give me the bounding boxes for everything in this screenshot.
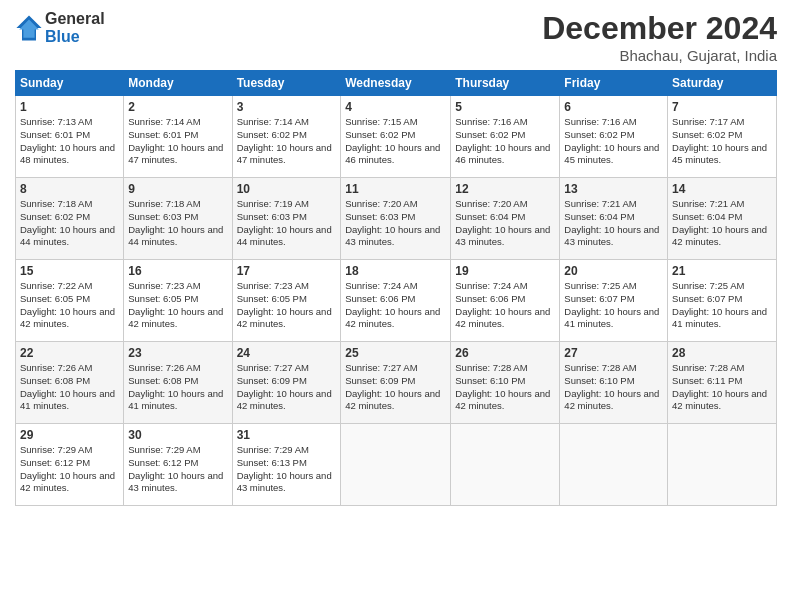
logo-icon <box>15 14 43 42</box>
calendar-header-sunday: Sunday <box>16 71 124 96</box>
calendar-cell: 14 Sunrise: 7:21 AMSunset: 6:04 PMDaylig… <box>668 178 777 260</box>
logo-text: General Blue <box>45 10 105 46</box>
day-info: Sunrise: 7:17 AMSunset: 6:02 PMDaylight:… <box>672 116 767 165</box>
day-info: Sunrise: 7:29 AMSunset: 6:12 PMDaylight:… <box>128 444 223 493</box>
calendar-cell <box>341 424 451 506</box>
calendar-week-1: 1 Sunrise: 7:13 AMSunset: 6:01 PMDayligh… <box>16 96 777 178</box>
calendar-header-row: SundayMondayTuesdayWednesdayThursdayFrid… <box>16 71 777 96</box>
calendar-table: SundayMondayTuesdayWednesdayThursdayFrid… <box>15 70 777 506</box>
logo: General Blue <box>15 10 105 46</box>
calendar-cell: 20 Sunrise: 7:25 AMSunset: 6:07 PMDaylig… <box>560 260 668 342</box>
day-number: 23 <box>128 346 227 360</box>
day-info: Sunrise: 7:23 AMSunset: 6:05 PMDaylight:… <box>237 280 332 329</box>
day-number: 4 <box>345 100 446 114</box>
day-info: Sunrise: 7:28 AMSunset: 6:10 PMDaylight:… <box>564 362 659 411</box>
day-info: Sunrise: 7:29 AMSunset: 6:12 PMDaylight:… <box>20 444 115 493</box>
day-number: 14 <box>672 182 772 196</box>
day-number: 16 <box>128 264 227 278</box>
day-number: 5 <box>455 100 555 114</box>
day-info: Sunrise: 7:24 AMSunset: 6:06 PMDaylight:… <box>345 280 440 329</box>
day-info: Sunrise: 7:16 AMSunset: 6:02 PMDaylight:… <box>564 116 659 165</box>
calendar-cell: 10 Sunrise: 7:19 AMSunset: 6:03 PMDaylig… <box>232 178 341 260</box>
day-number: 22 <box>20 346 119 360</box>
day-number: 18 <box>345 264 446 278</box>
calendar-cell: 7 Sunrise: 7:17 AMSunset: 6:02 PMDayligh… <box>668 96 777 178</box>
header: General Blue December 2024 Bhachau, Guja… <box>15 10 777 64</box>
calendar-cell <box>668 424 777 506</box>
calendar-week-4: 22 Sunrise: 7:26 AMSunset: 6:08 PMDaylig… <box>16 342 777 424</box>
day-number: 21 <box>672 264 772 278</box>
calendar-cell: 17 Sunrise: 7:23 AMSunset: 6:05 PMDaylig… <box>232 260 341 342</box>
calendar-cell: 1 Sunrise: 7:13 AMSunset: 6:01 PMDayligh… <box>16 96 124 178</box>
calendar-cell <box>451 424 560 506</box>
day-info: Sunrise: 7:14 AMSunset: 6:01 PMDaylight:… <box>128 116 223 165</box>
calendar-header-wednesday: Wednesday <box>341 71 451 96</box>
day-info: Sunrise: 7:27 AMSunset: 6:09 PMDaylight:… <box>345 362 440 411</box>
calendar-cell: 4 Sunrise: 7:15 AMSunset: 6:02 PMDayligh… <box>341 96 451 178</box>
day-info: Sunrise: 7:25 AMSunset: 6:07 PMDaylight:… <box>564 280 659 329</box>
day-number: 1 <box>20 100 119 114</box>
calendar-header-tuesday: Tuesday <box>232 71 341 96</box>
day-number: 29 <box>20 428 119 442</box>
calendar-header-friday: Friday <box>560 71 668 96</box>
calendar-cell: 9 Sunrise: 7:18 AMSunset: 6:03 PMDayligh… <box>124 178 232 260</box>
calendar-cell: 6 Sunrise: 7:16 AMSunset: 6:02 PMDayligh… <box>560 96 668 178</box>
day-info: Sunrise: 7:25 AMSunset: 6:07 PMDaylight:… <box>672 280 767 329</box>
calendar-cell: 11 Sunrise: 7:20 AMSunset: 6:03 PMDaylig… <box>341 178 451 260</box>
day-info: Sunrise: 7:20 AMSunset: 6:04 PMDaylight:… <box>455 198 550 247</box>
calendar-cell: 21 Sunrise: 7:25 AMSunset: 6:07 PMDaylig… <box>668 260 777 342</box>
day-info: Sunrise: 7:23 AMSunset: 6:05 PMDaylight:… <box>128 280 223 329</box>
day-number: 11 <box>345 182 446 196</box>
day-number: 6 <box>564 100 663 114</box>
calendar-cell: 8 Sunrise: 7:18 AMSunset: 6:02 PMDayligh… <box>16 178 124 260</box>
calendar-cell: 12 Sunrise: 7:20 AMSunset: 6:04 PMDaylig… <box>451 178 560 260</box>
calendar-cell: 29 Sunrise: 7:29 AMSunset: 6:12 PMDaylig… <box>16 424 124 506</box>
calendar-cell <box>560 424 668 506</box>
calendar-cell: 15 Sunrise: 7:22 AMSunset: 6:05 PMDaylig… <box>16 260 124 342</box>
calendar-week-2: 8 Sunrise: 7:18 AMSunset: 6:02 PMDayligh… <box>16 178 777 260</box>
calendar-cell: 24 Sunrise: 7:27 AMSunset: 6:09 PMDaylig… <box>232 342 341 424</box>
calendar-header-monday: Monday <box>124 71 232 96</box>
calendar-cell: 22 Sunrise: 7:26 AMSunset: 6:08 PMDaylig… <box>16 342 124 424</box>
day-number: 28 <box>672 346 772 360</box>
day-info: Sunrise: 7:15 AMSunset: 6:02 PMDaylight:… <box>345 116 440 165</box>
day-number: 20 <box>564 264 663 278</box>
calendar-cell: 5 Sunrise: 7:16 AMSunset: 6:02 PMDayligh… <box>451 96 560 178</box>
calendar-cell: 13 Sunrise: 7:21 AMSunset: 6:04 PMDaylig… <box>560 178 668 260</box>
calendar-week-5: 29 Sunrise: 7:29 AMSunset: 6:12 PMDaylig… <box>16 424 777 506</box>
day-info: Sunrise: 7:27 AMSunset: 6:09 PMDaylight:… <box>237 362 332 411</box>
day-info: Sunrise: 7:28 AMSunset: 6:11 PMDaylight:… <box>672 362 767 411</box>
day-info: Sunrise: 7:16 AMSunset: 6:02 PMDaylight:… <box>455 116 550 165</box>
day-number: 31 <box>237 428 337 442</box>
day-number: 17 <box>237 264 337 278</box>
day-number: 15 <box>20 264 119 278</box>
calendar-cell: 3 Sunrise: 7:14 AMSunset: 6:02 PMDayligh… <box>232 96 341 178</box>
calendar-cell: 26 Sunrise: 7:28 AMSunset: 6:10 PMDaylig… <box>451 342 560 424</box>
day-number: 27 <box>564 346 663 360</box>
calendar-cell: 28 Sunrise: 7:28 AMSunset: 6:11 PMDaylig… <box>668 342 777 424</box>
month-title: December 2024 <box>542 10 777 47</box>
day-number: 26 <box>455 346 555 360</box>
day-info: Sunrise: 7:19 AMSunset: 6:03 PMDaylight:… <box>237 198 332 247</box>
day-info: Sunrise: 7:18 AMSunset: 6:02 PMDaylight:… <box>20 198 115 247</box>
calendar-header-thursday: Thursday <box>451 71 560 96</box>
day-number: 7 <box>672 100 772 114</box>
day-number: 19 <box>455 264 555 278</box>
location: Bhachau, Gujarat, India <box>542 47 777 64</box>
day-number: 3 <box>237 100 337 114</box>
calendar-header-saturday: Saturday <box>668 71 777 96</box>
day-info: Sunrise: 7:21 AMSunset: 6:04 PMDaylight:… <box>564 198 659 247</box>
title-block: December 2024 Bhachau, Gujarat, India <box>542 10 777 64</box>
calendar-cell: 2 Sunrise: 7:14 AMSunset: 6:01 PMDayligh… <box>124 96 232 178</box>
day-number: 12 <box>455 182 555 196</box>
calendar-cell: 30 Sunrise: 7:29 AMSunset: 6:12 PMDaylig… <box>124 424 232 506</box>
calendar-cell: 27 Sunrise: 7:28 AMSunset: 6:10 PMDaylig… <box>560 342 668 424</box>
calendar-cell: 25 Sunrise: 7:27 AMSunset: 6:09 PMDaylig… <box>341 342 451 424</box>
calendar-cell: 19 Sunrise: 7:24 AMSunset: 6:06 PMDaylig… <box>451 260 560 342</box>
day-number: 10 <box>237 182 337 196</box>
day-info: Sunrise: 7:28 AMSunset: 6:10 PMDaylight:… <box>455 362 550 411</box>
day-info: Sunrise: 7:26 AMSunset: 6:08 PMDaylight:… <box>128 362 223 411</box>
day-info: Sunrise: 7:26 AMSunset: 6:08 PMDaylight:… <box>20 362 115 411</box>
day-number: 24 <box>237 346 337 360</box>
calendar-cell: 16 Sunrise: 7:23 AMSunset: 6:05 PMDaylig… <box>124 260 232 342</box>
